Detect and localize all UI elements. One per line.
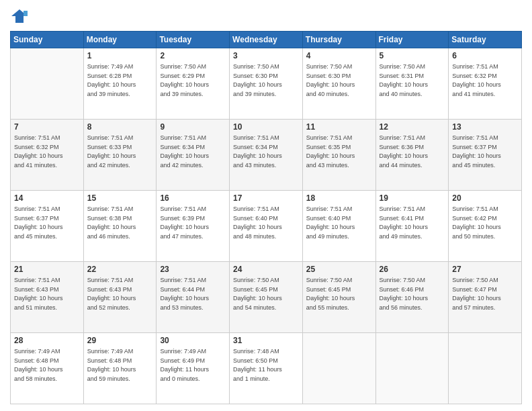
calendar-cell: 15Sunrise: 7:51 AM Sunset: 6:38 PM Dayli… [83,191,157,262]
day-info: Sunrise: 7:48 AM Sunset: 6:50 PM Dayligh… [233,347,299,383]
day-info: Sunrise: 7:51 AM Sunset: 6:37 PM Dayligh… [452,134,518,170]
calendar-cell: 16Sunrise: 7:51 AM Sunset: 6:39 PM Dayli… [157,191,230,262]
calendar-cell: 30Sunrise: 7:49 AM Sunset: 6:49 PM Dayli… [157,333,230,404]
calendar-cell: 29Sunrise: 7:49 AM Sunset: 6:48 PM Dayli… [83,333,157,404]
day-info: Sunrise: 7:51 AM Sunset: 6:42 PM Dayligh… [452,205,518,241]
day-info: Sunrise: 7:49 AM Sunset: 6:28 PM Dayligh… [87,62,153,99]
calendar-cell: 9Sunrise: 7:51 AM Sunset: 6:34 PM Daylig… [157,120,230,191]
day-info: Sunrise: 7:51 AM Sunset: 6:43 PM Dayligh… [87,276,153,312]
day-number: 7 [14,122,80,132]
col-header-sunday: Sunday [11,32,84,48]
day-number: 29 [87,336,153,345]
day-number: 21 [14,265,80,274]
day-info: Sunrise: 7:50 AM Sunset: 6:45 PM Dayligh… [233,276,299,312]
day-number: 14 [14,193,80,203]
day-info: Sunrise: 7:50 AM Sunset: 6:30 PM Dayligh… [233,62,299,99]
day-info: Sunrise: 7:51 AM Sunset: 6:36 PM Dayligh… [380,134,445,170]
day-number: 28 [14,336,80,345]
day-info: Sunrise: 7:49 AM Sunset: 6:48 PM Dayligh… [14,347,80,383]
calendar-cell: 3Sunrise: 7:50 AM Sunset: 6:30 PM Daylig… [230,48,303,120]
day-number: 23 [160,265,226,274]
calendar-week-1: 7Sunrise: 7:51 AM Sunset: 6:32 PM Daylig… [11,120,522,191]
logo-icon [10,7,29,26]
day-info: Sunrise: 7:51 AM Sunset: 6:41 PM Dayligh… [380,205,445,241]
calendar-cell: 1Sunrise: 7:49 AM Sunset: 6:28 PM Daylig… [83,48,157,120]
day-info: Sunrise: 7:51 AM Sunset: 6:40 PM Dayligh… [306,205,372,241]
calendar-cell: 6Sunrise: 7:51 AM Sunset: 6:32 PM Daylig… [449,48,522,120]
header [10,7,522,26]
day-number: 4 [306,51,372,60]
calendar-cell: 26Sunrise: 7:50 AM Sunset: 6:46 PM Dayli… [375,262,449,333]
day-number: 6 [452,51,518,60]
day-number: 16 [160,193,226,203]
calendar-cell [375,333,449,404]
calendar-week-4: 28Sunrise: 7:49 AM Sunset: 6:48 PM Dayli… [11,333,522,404]
day-number: 24 [233,265,299,274]
day-info: Sunrise: 7:49 AM Sunset: 6:49 PM Dayligh… [160,347,226,383]
day-info: Sunrise: 7:50 AM Sunset: 6:45 PM Dayligh… [306,276,372,312]
day-info: Sunrise: 7:51 AM Sunset: 6:34 PM Dayligh… [160,134,226,170]
day-info: Sunrise: 7:49 AM Sunset: 6:48 PM Dayligh… [87,347,153,383]
day-number: 18 [306,193,372,203]
day-info: Sunrise: 7:50 AM Sunset: 6:30 PM Dayligh… [306,62,372,99]
calendar-cell [11,48,84,120]
day-info: Sunrise: 7:51 AM Sunset: 6:34 PM Dayligh… [233,134,299,170]
calendar-cell: 10Sunrise: 7:51 AM Sunset: 6:34 PM Dayli… [230,120,303,191]
day-info: Sunrise: 7:51 AM Sunset: 6:32 PM Dayligh… [14,134,80,170]
day-info: Sunrise: 7:50 AM Sunset: 6:29 PM Dayligh… [160,62,226,99]
calendar-week-3: 21Sunrise: 7:51 AM Sunset: 6:43 PM Dayli… [11,262,522,333]
day-number: 1 [87,51,153,60]
day-info: Sunrise: 7:51 AM Sunset: 6:44 PM Dayligh… [160,276,226,312]
day-info: Sunrise: 7:51 AM Sunset: 6:40 PM Dayligh… [233,205,299,241]
day-info: Sunrise: 7:50 AM Sunset: 6:46 PM Dayligh… [380,276,445,312]
calendar-cell: 28Sunrise: 7:49 AM Sunset: 6:48 PM Dayli… [11,333,84,404]
calendar-cell: 14Sunrise: 7:51 AM Sunset: 6:37 PM Dayli… [11,191,84,262]
day-number: 17 [233,193,299,203]
day-info: Sunrise: 7:51 AM Sunset: 6:39 PM Dayligh… [160,205,226,241]
calendar-cell: 5Sunrise: 7:50 AM Sunset: 6:31 PM Daylig… [375,48,449,120]
col-header-wednesday: Wednesday [230,32,303,48]
calendar-cell [449,333,522,404]
svg-marker-1 [24,11,28,16]
day-info: Sunrise: 7:51 AM Sunset: 6:32 PM Dayligh… [452,62,518,99]
col-header-thursday: Thursday [302,32,375,48]
day-number: 9 [160,122,226,132]
day-number: 13 [452,122,518,132]
calendar-cell: 8Sunrise: 7:51 AM Sunset: 6:33 PM Daylig… [83,120,157,191]
day-number: 5 [380,51,445,60]
day-number: 12 [380,122,445,132]
calendar-week-0: 1Sunrise: 7:49 AM Sunset: 6:28 PM Daylig… [11,48,522,120]
day-number: 3 [233,51,299,60]
col-header-saturday: Saturday [449,32,522,48]
calendar-cell: 27Sunrise: 7:50 AM Sunset: 6:47 PM Dayli… [449,262,522,333]
day-number: 15 [87,193,153,203]
col-header-tuesday: Tuesday [157,32,230,48]
page: SundayMondayTuesdayWednesdayThursdayFrid… [0,0,532,411]
calendar-cell: 13Sunrise: 7:51 AM Sunset: 6:37 PM Dayli… [449,120,522,191]
logo [10,7,32,26]
day-info: Sunrise: 7:51 AM Sunset: 6:37 PM Dayligh… [14,205,80,241]
calendar-week-2: 14Sunrise: 7:51 AM Sunset: 6:37 PM Dayli… [11,191,522,262]
calendar-cell: 25Sunrise: 7:50 AM Sunset: 6:45 PM Dayli… [302,262,375,333]
calendar-cell: 22Sunrise: 7:51 AM Sunset: 6:43 PM Dayli… [83,262,157,333]
day-number: 11 [306,122,372,132]
day-number: 22 [87,265,153,274]
day-info: Sunrise: 7:51 AM Sunset: 6:33 PM Dayligh… [87,134,153,170]
day-info: Sunrise: 7:51 AM Sunset: 6:38 PM Dayligh… [87,205,153,241]
col-header-monday: Monday [83,32,157,48]
calendar-cell [302,333,375,404]
day-number: 31 [233,336,299,345]
calendar-cell: 23Sunrise: 7:51 AM Sunset: 6:44 PM Dayli… [157,262,230,333]
day-number: 19 [380,193,445,203]
day-info: Sunrise: 7:51 AM Sunset: 6:43 PM Dayligh… [14,276,80,312]
calendar-cell: 19Sunrise: 7:51 AM Sunset: 6:41 PM Dayli… [375,191,449,262]
day-info: Sunrise: 7:50 AM Sunset: 6:31 PM Dayligh… [380,62,445,99]
day-number: 27 [452,265,518,274]
calendar-cell: 17Sunrise: 7:51 AM Sunset: 6:40 PM Dayli… [230,191,303,262]
day-number: 8 [87,122,153,132]
calendar-header-row: SundayMondayTuesdayWednesdayThursdayFrid… [11,32,522,48]
col-header-friday: Friday [375,32,449,48]
day-number: 25 [306,265,372,274]
calendar-cell: 24Sunrise: 7:50 AM Sunset: 6:45 PM Dayli… [230,262,303,333]
calendar-cell: 7Sunrise: 7:51 AM Sunset: 6:32 PM Daylig… [11,120,84,191]
